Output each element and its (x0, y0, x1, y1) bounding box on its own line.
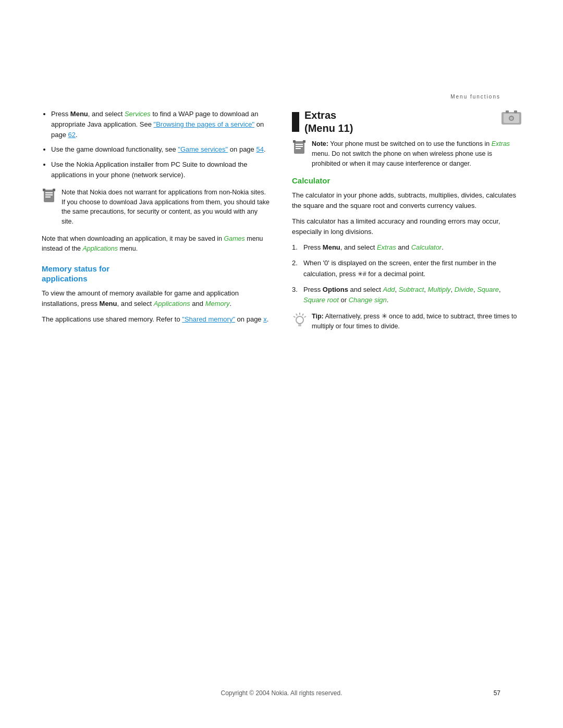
memory-link: Memory (205, 300, 230, 307)
page-62-link: 62 (68, 131, 76, 139)
extras-step1: Extras (377, 243, 396, 251)
memory-body-2: The applications use shared memory. Refe… (42, 314, 271, 325)
note-text-extras: Note: Your phone must be switched on to … (312, 139, 521, 168)
bullet-list: Press Menu, and select Services to find … (42, 109, 271, 180)
svg-line-20 (304, 316, 307, 317)
step-1: 1. Press Menu, and select Extras and Cal… (292, 242, 521, 253)
bullet-item-1: Press Menu, and select Services to find … (51, 109, 271, 140)
step-num-1: 1. (292, 242, 300, 253)
bullet-item-2: Use the game download functionality, see… (51, 144, 271, 155)
tip-bold-label: Tip: (312, 313, 324, 320)
extras-blue-bar (292, 112, 299, 132)
svg-line-22 (296, 314, 297, 316)
extras-heading-line1: Extras (304, 109, 353, 122)
step-1-text: Press Menu, and select Extras and Calcul… (303, 242, 444, 253)
calculator-body-1: The calculator in your phone adds, subtr… (292, 190, 521, 211)
multiply-option: Multiply (427, 286, 450, 293)
extras-heading-row: Extras (Menu 11) (292, 109, 521, 135)
step-3-text: Press Options and select Add, Subtract, … (303, 285, 521, 305)
shared-memory-link: "Shared memory" (182, 315, 235, 323)
note-icon-1 (42, 189, 56, 203)
svg-rect-0 (44, 190, 54, 202)
svg-rect-12 (294, 141, 304, 154)
svg-rect-15 (296, 148, 301, 149)
note-bold-label: Note: (312, 140, 328, 147)
tip-box: Tip: Alternatively, press ✳ once to add,… (292, 312, 521, 331)
right-column: Extras (Menu 11) (292, 109, 521, 331)
copyright-text: Copyright © 2004 Nokia. All rights reser… (221, 689, 342, 697)
calculator-body-2: This calculator has a limited accuracy a… (292, 216, 521, 237)
svg-point-11 (510, 117, 513, 120)
svg-rect-2 (45, 194, 53, 195)
step-2-text: When '0' is displayed on the screen, ent… (303, 258, 521, 279)
note-icon-extras (292, 140, 307, 155)
note-icon-svg-1 (42, 189, 56, 203)
svg-rect-13 (296, 144, 303, 145)
svg-rect-17 (303, 140, 305, 143)
subtract-option: Subtract (399, 286, 424, 293)
memory-section-heading: Memory status forapplications (42, 264, 271, 284)
svg-line-19 (302, 314, 303, 316)
divide-option: Divide (455, 286, 473, 293)
step-2: 2. When '0' is displayed on the screen, … (292, 258, 521, 279)
extras-italic: Extras (492, 140, 510, 147)
note-icon-svg-extras (292, 140, 307, 155)
star-hash-symbol: ✳# (358, 270, 366, 278)
svg-rect-5 (53, 189, 55, 191)
options-bold: Options (323, 286, 348, 293)
svg-rect-8 (506, 110, 509, 113)
page-number-text: 57 (494, 689, 500, 697)
bullet-item-3: Use the Nokia Application installer from… (51, 159, 271, 180)
two-column-layout: Press Menu, and select Services to find … (0, 109, 563, 331)
svg-point-23 (296, 316, 303, 324)
svg-rect-9 (514, 110, 517, 113)
extras-icon-svg (501, 110, 521, 126)
calculator-heading-text: Calculator (292, 176, 330, 185)
page-footer: Copyright © 2004 Nokia. All rights reser… (0, 689, 563, 697)
menu-bold-2: Menu (100, 300, 117, 307)
svg-rect-3 (45, 196, 51, 198)
tip-icon-svg (292, 312, 308, 329)
page-54-link: 54 (256, 145, 263, 153)
svg-rect-24 (298, 324, 301, 325)
menu-bold-1: Menu (70, 110, 88, 118)
applications-link: Applications (154, 300, 190, 307)
left-column: Press Menu, and select Services to find … (42, 109, 271, 331)
menu-bold-3: Menu (323, 243, 340, 251)
step-num-3: 3. (292, 285, 300, 305)
square-root-option: Square root (303, 296, 339, 304)
page-number: 57 (494, 689, 500, 697)
game-services-link: "Game services" (178, 145, 228, 153)
inline-note: Note that when downloading an applicatio… (42, 234, 271, 254)
tip-icon (292, 312, 307, 328)
note-box-extras: Note: Your phone must be switched on to … (292, 139, 521, 168)
note-box-1: Note that Nokia does not warrant for app… (42, 188, 271, 227)
svg-rect-16 (293, 140, 296, 143)
memory-body-1: To view the amount of memory available f… (42, 288, 271, 309)
page-header-label: Menu functions (0, 0, 563, 100)
extras-title: Extras (Menu 11) (304, 109, 353, 135)
step-num-2: 2. (292, 258, 300, 279)
svg-rect-25 (298, 325, 301, 326)
change-sign-option: Change sign (349, 296, 387, 304)
tip-text: Tip: Alternatively, press ✳ once to add,… (312, 312, 521, 331)
svg-rect-14 (296, 146, 303, 147)
page-x-link: x (263, 315, 267, 323)
applications-menu-text: Applications (83, 245, 118, 252)
extras-section-icon (501, 110, 521, 126)
add-option: Add (383, 286, 395, 293)
square-option: Square (477, 286, 499, 293)
calculator-step1: Calculator (411, 243, 442, 251)
extras-heading-line2: (Menu 11) (304, 122, 353, 135)
extras-title-block: Extras (Menu 11) (292, 109, 353, 135)
calculator-section-heading: Calculator (292, 176, 521, 186)
browsing-pages-link: "Browsing the pages of a service" (154, 120, 255, 128)
page-container: Menu functions Press Menu, and select Se… (0, 0, 563, 728)
svg-line-21 (293, 316, 296, 317)
svg-rect-4 (43, 189, 45, 191)
step-3: 3. Press Options and select Add, Subtrac… (292, 285, 521, 305)
svg-rect-1 (45, 192, 53, 193)
calculator-steps: 1. Press Menu, and select Extras and Cal… (292, 242, 521, 305)
games-menu-text: Games (224, 235, 245, 242)
services-link: Services (125, 110, 151, 118)
